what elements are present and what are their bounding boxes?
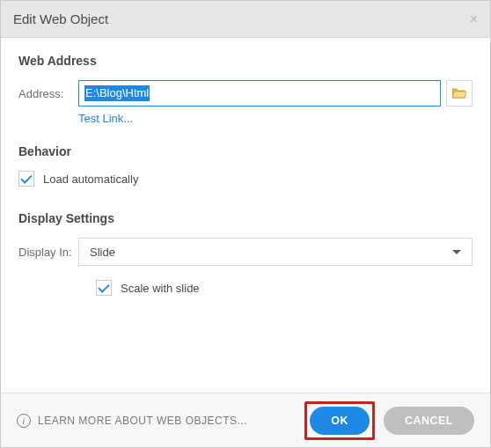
close-icon[interactable]: ×: [470, 11, 478, 27]
behavior-heading: Behavior: [18, 144, 473, 158]
scale-with-slide-label: Scale with slide: [121, 282, 200, 295]
load-automatically-checkbox[interactable]: [18, 171, 34, 187]
titlebar: Edit Web Object ×: [1, 1, 490, 38]
dialog-title: Edit Web Object: [13, 11, 108, 26]
address-input[interactable]: E:\Blog\Html: [78, 80, 441, 106]
display-in-value: Slide: [90, 246, 115, 259]
ok-button[interactable]: OK: [310, 407, 370, 435]
info-icon: i: [17, 414, 31, 428]
address-row: Address: E:\Blog\Html: [18, 80, 473, 106]
dialog-body: Web Address Address: E:\Blog\Html Test L…: [1, 38, 490, 393]
folder-icon: [452, 87, 466, 99]
chevron-down-icon: [452, 250, 461, 254]
web-address-heading: Web Address: [18, 54, 473, 68]
learn-more-label: LEARN MORE ABOUT WEB OBJECTS...: [38, 415, 247, 427]
display-in-select[interactable]: Slide: [78, 238, 473, 266]
test-link[interactable]: Test Link...: [78, 112, 133, 125]
browse-button[interactable]: [446, 80, 473, 106]
cancel-button[interactable]: CANCEL: [384, 407, 474, 435]
ok-highlight-box: OK: [304, 401, 375, 440]
display-in-row: Display In: Slide: [18, 238, 473, 266]
display-settings-heading: Display Settings: [18, 211, 473, 225]
dialog-footer: i LEARN MORE ABOUT WEB OBJECTS... OK CAN…: [1, 393, 490, 447]
address-label: Address:: [18, 87, 78, 100]
load-automatically-label: Load automatically: [43, 173, 138, 186]
address-input-value: E:\Blog\Html: [84, 85, 150, 101]
edit-web-object-dialog: Edit Web Object × Web Address Address: E…: [0, 0, 491, 448]
learn-more-link[interactable]: i LEARN MORE ABOUT WEB OBJECTS...: [17, 414, 247, 428]
display-in-label: Display In:: [18, 246, 78, 259]
scale-with-slide-checkbox[interactable]: [96, 280, 112, 296]
